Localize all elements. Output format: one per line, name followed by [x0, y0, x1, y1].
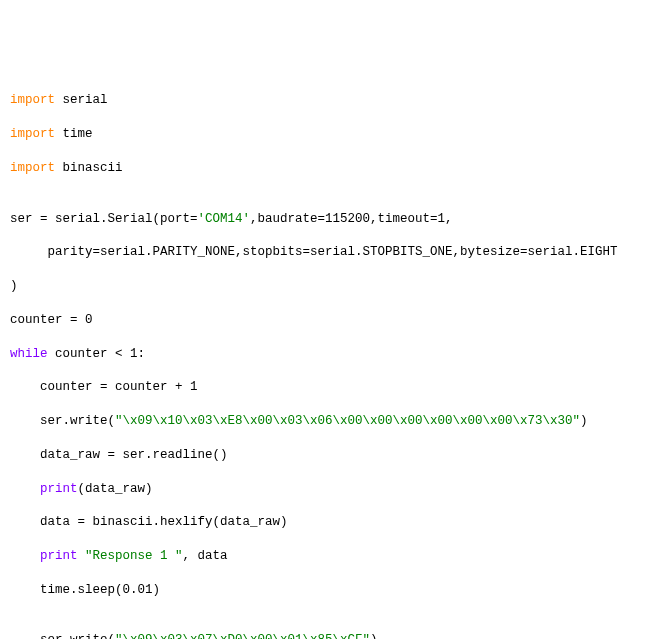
code-text: ser.write(	[10, 633, 115, 639]
code-line: parity=serial.PARITY_NONE,stopbits=seria…	[10, 244, 639, 261]
code-line: time.sleep(0.01)	[10, 582, 639, 599]
code-line: counter = counter + 1	[10, 379, 639, 396]
keyword-import: import	[10, 93, 55, 107]
code-text: ser = serial.Serial(port=	[10, 212, 198, 226]
code-text: ,baudrate=115200,timeout=1,	[250, 212, 453, 226]
code-line: counter = 0	[10, 312, 639, 329]
string-literal: 'COM14'	[198, 212, 251, 226]
code-line: data_raw = ser.readline()	[10, 447, 639, 464]
indent	[10, 482, 40, 496]
code-text: , data	[183, 549, 228, 563]
indent	[10, 549, 40, 563]
keyword-import: import	[10, 161, 55, 175]
code-line: ser.write("\x09\x10\x03\xE8\x00\x03\x06\…	[10, 413, 639, 430]
code-text: (data_raw)	[78, 482, 153, 496]
module-name: binascii	[55, 161, 123, 175]
code-line: ser = serial.Serial(port='COM14',baudrat…	[10, 211, 639, 228]
string-literal: "Response 1 "	[85, 549, 183, 563]
space	[78, 549, 86, 563]
code-line: print(data_raw)	[10, 481, 639, 498]
keyword-print: print	[40, 482, 78, 496]
code-text: ser.write(	[10, 414, 115, 428]
code-line: import serial	[10, 92, 639, 109]
code-line: data = binascii.hexlify(data_raw)	[10, 514, 639, 531]
code-line: )	[10, 278, 639, 295]
code-text: counter < 1:	[48, 347, 146, 361]
keyword-while: while	[10, 347, 48, 361]
string-literal: "\x09\x03\x07\xD0\x00\x01\x85\xCF"	[115, 633, 370, 639]
code-line: print "Response 1 ", data	[10, 548, 639, 565]
code-line: import binascii	[10, 160, 639, 177]
code-line: import time	[10, 126, 639, 143]
module-name: serial	[55, 93, 108, 107]
module-name: time	[55, 127, 93, 141]
code-line: ser.write("\x09\x03\x07\xD0\x00\x01\x85\…	[10, 632, 639, 639]
code-text: )	[580, 414, 588, 428]
string-literal: "\x09\x10\x03\xE8\x00\x03\x06\x00\x00\x0…	[115, 414, 580, 428]
code-block: import serial import time import binasci…	[10, 76, 639, 640]
code-text: )	[370, 633, 378, 639]
keyword-import: import	[10, 127, 55, 141]
keyword-print: print	[40, 549, 78, 563]
code-line: while counter < 1:	[10, 346, 639, 363]
